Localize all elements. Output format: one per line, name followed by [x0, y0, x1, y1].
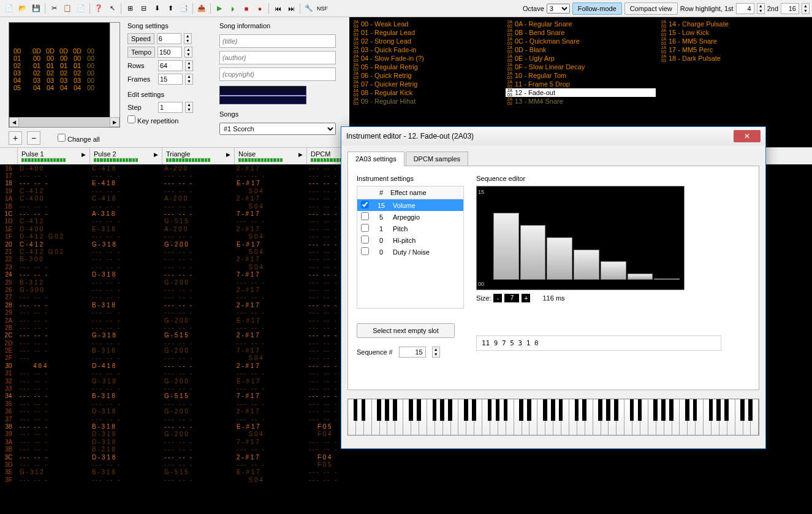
instrument-item[interactable]: 2A030F - Slow Linear Decay	[506, 63, 656, 71]
copy-icon[interactable]: 📋	[62, 3, 73, 14]
instrument-item[interactable]: 2A0305 - Regular Retrig	[352, 63, 502, 71]
follow-mode-button[interactable]: Follow-mode	[572, 2, 622, 15]
title-input[interactable]	[219, 34, 336, 48]
instrument-item[interactable]: 2A0318 - Dark Pulsate	[659, 54, 810, 63]
rows-input[interactable]	[158, 60, 183, 71]
rows-spinner[interactable]: ▲▼	[185, 60, 193, 71]
effect-row[interactable]: 0Duty / Noise	[357, 246, 463, 258]
channel-header[interactable]: Pulse 1▶	[17, 148, 89, 164]
clone-icon[interactable]: 📑	[178, 3, 189, 14]
paste-icon[interactable]: 📄	[75, 3, 86, 14]
nsf-icon[interactable]: NSF	[317, 3, 328, 14]
tab-dpcm-samples[interactable]: DPCM samples	[406, 152, 468, 166]
instrument-item[interactable]: 2A0300 - Weak Lead	[352, 20, 502, 28]
instrument-item[interactable]: 2A0312 - Fade-out	[506, 88, 656, 97]
instrument-item[interactable]: 2A0311 - Frame 5 Drop	[506, 80, 656, 88]
row-highlight-2-input[interactable]	[781, 3, 799, 14]
piano-keyboard[interactable]	[347, 399, 759, 435]
speed-spinner[interactable]: ▲▼	[184, 33, 192, 44]
forward-icon[interactable]: ⏭	[286, 3, 297, 14]
instrument-item[interactable]: 2A030A - Regular Snare	[506, 20, 656, 28]
frames-scrollbar-v[interactable]	[110, 23, 120, 117]
instrument-item[interactable]: 2A0303 - Quick Fade-in	[352, 45, 502, 54]
instrument-item[interactable]: 2A030C - Quickman Snare	[506, 37, 656, 45]
row-highlight-1-input[interactable]	[736, 3, 754, 14]
stop-icon[interactable]: ■	[241, 3, 252, 14]
sequence-num-spinner[interactable]: ▲▼	[432, 347, 440, 358]
cut-icon[interactable]: ✂	[48, 3, 59, 14]
instrument-item[interactable]: 2A0316 - MM5 Snare	[659, 37, 810, 45]
sequence-values[interactable]: 11 9 7 5 3 1 0	[476, 336, 721, 351]
export-icon[interactable]: 📤	[196, 3, 207, 14]
instrument-item[interactable]: 2A0314 - Charge Pulsate	[659, 20, 810, 28]
step-input[interactable]	[158, 102, 183, 113]
play-pattern-icon[interactable]: ⏵	[227, 3, 238, 14]
instrument-item[interactable]: 2A0315 - Low Kick	[659, 28, 810, 37]
instrument-item[interactable]: 2A0317 - MM5 Perc	[659, 45, 810, 54]
speed-label[interactable]: Speed	[127, 33, 154, 44]
speed-input[interactable]	[157, 33, 181, 44]
instrument-item[interactable]: 2A030D - Blank	[506, 45, 656, 54]
cursor-icon[interactable]: ↖	[107, 3, 118, 14]
size-minus-button[interactable]: -	[493, 294, 502, 302]
frames-label: Frames	[127, 75, 156, 83]
tempo-input[interactable]	[157, 47, 182, 58]
row-highlight-label: Row highlight, 1st	[680, 5, 734, 12]
module-del-icon[interactable]: ⊟	[138, 3, 149, 14]
effect-row[interactable]: 5Arpeggio	[357, 211, 463, 223]
instrument-item[interactable]: 2A0313 - MM4 Snare	[506, 97, 656, 105]
down-icon[interactable]: ⬇	[151, 3, 162, 14]
tab-2a03-settings[interactable]: 2A03 settings	[347, 152, 404, 166]
instrument-item[interactable]: 2A0306 - Quick Retrig	[352, 71, 502, 80]
close-icon[interactable]: ✕	[734, 130, 761, 142]
row-highlight-2-spinner[interactable]: ▲▼	[802, 3, 810, 14]
octave-select[interactable]: 3	[547, 4, 570, 13]
tempo-label[interactable]: Tempo	[127, 47, 155, 58]
play-icon[interactable]: ▶	[214, 3, 225, 14]
instrument-item[interactable]: 2A0309 - Regular Hihat	[352, 97, 502, 105]
songs-select[interactable]: #1 Scorch	[219, 123, 336, 135]
effect-row[interactable]: 1Pitch	[357, 223, 463, 234]
instrument-item[interactable]: 2A0307 - Quicker Retrig	[352, 80, 502, 88]
effect-row[interactable]: 15Volume	[357, 199, 463, 211]
step-spinner[interactable]: ▲▼	[185, 102, 193, 113]
remove-frame-button[interactable]: −	[27, 131, 40, 145]
size-plus-button[interactable]: +	[522, 294, 530, 302]
open-icon[interactable]: 📂	[17, 3, 28, 14]
add-frame-button[interactable]: +	[9, 131, 22, 145]
up-icon[interactable]: ⬆	[165, 3, 176, 14]
save-icon[interactable]: 💾	[31, 3, 42, 14]
frames-input[interactable]	[158, 74, 183, 85]
instrument-item[interactable]: 2A030B - Bend Snare	[506, 28, 656, 37]
sequence-num-input[interactable]	[399, 347, 426, 358]
instrument-item[interactable]: 2A0301 - Regular Lead	[352, 28, 502, 37]
frames-list[interactable]: 000D0D0D0D000100000000000201010101000302…	[9, 22, 120, 128]
new-icon[interactable]: 📄	[4, 3, 15, 14]
effect-row[interactable]: 0Hi-pitch	[357, 234, 463, 246]
frames-scrollbar-h[interactable]: ◀▶	[9, 117, 120, 127]
channel-header[interactable]: Pulse 2▶	[89, 148, 162, 164]
instrument-item[interactable]: 2A0310 - Regular Tom	[506, 71, 656, 80]
key-rep-checkbox[interactable]	[127, 115, 135, 123]
songs-title: Songs	[219, 110, 344, 118]
channel-header[interactable]: Triangle▶	[162, 148, 234, 164]
compact-view-button[interactable]: Compact view	[624, 2, 678, 15]
instrument-item[interactable]: 2A0302 - Strong Lead	[352, 37, 502, 45]
rewind-icon[interactable]: ⏮	[272, 3, 283, 14]
instrument-item[interactable]: 2A030E - Ugly Arp	[506, 54, 656, 63]
settings-icon[interactable]: 🔧	[303, 3, 314, 14]
select-next-empty-button[interactable]: Select next empty slot	[357, 323, 455, 338]
author-input[interactable]	[219, 51, 336, 64]
frames-spinner[interactable]: ▲▼	[185, 74, 193, 85]
instrument-item[interactable]: 2A0308 - Regular Kick	[352, 88, 502, 97]
copyright-input[interactable]	[219, 67, 336, 81]
channel-header[interactable]: Noise▶	[234, 148, 306, 164]
tempo-spinner[interactable]: ▲▼	[184, 47, 192, 58]
record-icon[interactable]: ●	[254, 3, 265, 14]
sequence-canvas[interactable]: 1500	[476, 186, 685, 290]
instrument-item[interactable]: 2A0304 - Slow Fade-in (?)	[352, 54, 502, 63]
change-all-checkbox[interactable]	[58, 134, 66, 142]
module-add-icon[interactable]: ⊞	[124, 3, 135, 14]
row-highlight-1-spinner[interactable]: ▲▼	[757, 3, 765, 14]
help-icon[interactable]: ❓	[93, 3, 104, 14]
